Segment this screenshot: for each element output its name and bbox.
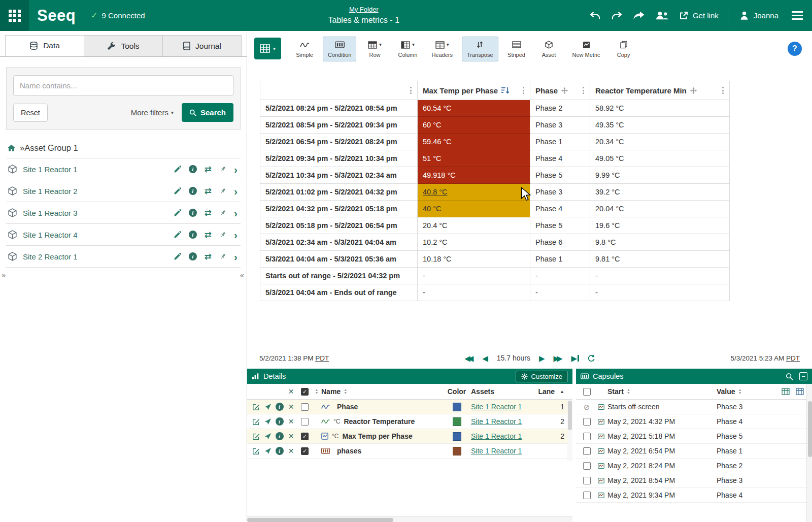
- toolbar-new-metric-button[interactable]: New Metric: [567, 37, 605, 61]
- edit-pencil-icon[interactable]: [174, 187, 181, 195]
- value-column-header[interactable]: Value: [717, 387, 735, 396]
- asset-row[interactable]: Site 1 Reactor 1 ⇄ ›: [6, 158, 241, 180]
- details-row[interactable]: ✕ °C Reactor Temperature Site 1 Reactor …: [247, 414, 572, 429]
- move-column-icon[interactable]: [690, 87, 697, 94]
- info-icon[interactable]: [189, 209, 197, 217]
- capsule-row[interactable]: ⊘ May 2, 2021 8:24 PM Phase 2: [576, 459, 806, 473]
- timezone-link[interactable]: PDT: [786, 354, 800, 362]
- capsule-row[interactable]: ⊘ Starts off-screen Phase 3: [576, 400, 806, 414]
- info-icon[interactable]: [189, 165, 197, 173]
- sort-icon[interactable]: ▲▼: [315, 388, 319, 394]
- chevron-right-icon[interactable]: ›: [234, 230, 238, 240]
- zoom-icon[interactable]: [786, 373, 793, 380]
- capsule-checkbox[interactable]: [583, 462, 591, 470]
- search-button[interactable]: Search: [182, 103, 233, 122]
- connected-status[interactable]: ✓ 9 Connected: [91, 11, 145, 20]
- details-row[interactable]: ✕ °C Max Temp per Phase Site 1 Reactor 1…: [247, 429, 572, 444]
- edit-icon[interactable]: [252, 418, 260, 426]
- move-column-icon[interactable]: [561, 87, 568, 94]
- max-temp-cell[interactable]: 10.18 °C: [418, 251, 530, 268]
- step-forward-icon[interactable]: ▶: [539, 354, 545, 362]
- max-temp-cell[interactable]: 51 °C: [418, 150, 530, 167]
- step-back-icon[interactable]: ◀: [482, 354, 488, 362]
- sort-descending-icon[interactable]: [501, 87, 510, 94]
- step-back-full-icon[interactable]: ◀◀: [464, 354, 473, 362]
- refresh-icon[interactable]: [588, 354, 595, 362]
- row-checkbox[interactable]: [301, 403, 309, 411]
- toolbar-striped-button[interactable]: Striped: [502, 37, 531, 61]
- edit-pencil-icon[interactable]: [174, 231, 181, 239]
- duration-label[interactable]: 15.7 hours: [497, 354, 530, 362]
- asset-row[interactable]: Site 1 Reactor 4 ⇄ ›: [6, 224, 241, 246]
- max-temp-cell[interactable]: 60 °C: [418, 117, 530, 134]
- asset-name[interactable]: Site 2 Reactor 1: [23, 252, 78, 261]
- navigate-icon[interactable]: [264, 418, 272, 425]
- info-icon[interactable]: [276, 447, 284, 455]
- step-forward-full-icon[interactable]: ▶▶: [553, 354, 562, 362]
- info-icon[interactable]: [189, 187, 197, 195]
- color-swatch[interactable]: [453, 432, 461, 441]
- max-temp-cell[interactable]: 10.2 °C: [418, 234, 530, 251]
- swap-asset-icon[interactable]: ⇄: [205, 230, 212, 240]
- collapse-sidebar[interactable]: «: [240, 271, 244, 279]
- customize-button[interactable]: Customize: [516, 371, 568, 382]
- pin-icon[interactable]: [219, 253, 226, 260]
- details-vertical-scrollbar[interactable]: [567, 400, 572, 461]
- max-temp-cell[interactable]: -: [418, 268, 530, 284]
- tab-tools[interactable]: Tools: [84, 35, 163, 56]
- pin-icon[interactable]: [219, 166, 226, 173]
- asset-row[interactable]: Site 1 Reactor 3 ⇄ ›: [6, 202, 241, 224]
- capsules-select-all-checkbox[interactable]: [583, 388, 591, 396]
- share-icon[interactable]: [633, 11, 645, 20]
- asset-link[interactable]: Site 1 Reactor 1: [471, 403, 522, 411]
- color-swatch[interactable]: [453, 447, 461, 455]
- more-filters-toggle[interactable]: More filters ▾: [131, 108, 174, 117]
- start-column-header[interactable]: Start: [607, 387, 624, 396]
- add-column-icon[interactable]: [782, 388, 790, 395]
- row-checkbox[interactable]: [301, 447, 309, 455]
- asset-name[interactable]: Site 1 Reactor 3: [23, 209, 78, 217]
- toolbar-condition-button[interactable]: Condition: [323, 37, 356, 61]
- toolbar-row-button[interactable]: ▾ Row: [360, 37, 389, 61]
- sort-icon[interactable]: ▲▼: [627, 388, 630, 394]
- info-icon[interactable]: [189, 231, 197, 239]
- breadcrumb[interactable]: My Folder: [328, 5, 399, 15]
- hamburger-menu[interactable]: [792, 11, 803, 20]
- column-menu-icon[interactable]: [410, 86, 412, 95]
- capsule-checkbox[interactable]: [583, 433, 591, 440]
- navigate-icon[interactable]: [264, 433, 272, 440]
- max-temp-cell[interactable]: 40.8 °C: [418, 184, 530, 201]
- max-temp-cell[interactable]: -: [418, 284, 530, 301]
- assets-column-header[interactable]: Assets: [471, 387, 494, 396]
- swap-asset-icon[interactable]: ⇄: [205, 164, 212, 175]
- capsule-checkbox[interactable]: [583, 477, 591, 484]
- toolbar-transpose-button[interactable]: Transpose: [462, 37, 498, 61]
- minimize-icon[interactable]: −: [799, 372, 807, 380]
- max-temp-cell[interactable]: 60.54 °C: [418, 100, 530, 117]
- pin-icon[interactable]: [219, 231, 226, 239]
- max-temp-column-header[interactable]: Max Temp per Phase: [418, 81, 530, 100]
- capsules-vertical-scrollbar[interactable]: [806, 384, 812, 522]
- column-menu-icon[interactable]: [522, 86, 525, 95]
- tab-data[interactable]: Data: [5, 35, 84, 56]
- app-switcher-button[interactable]: [0, 0, 29, 31]
- info-icon[interactable]: [189, 252, 197, 260]
- redo-button[interactable]: [611, 11, 623, 20]
- tab-journal[interactable]: Journal: [163, 35, 242, 56]
- undo-button[interactable]: [589, 11, 601, 20]
- add-stat-column-icon[interactable]: [796, 388, 804, 395]
- skip-to-end-icon[interactable]: ▶: [571, 354, 579, 362]
- reset-button[interactable]: Reset: [13, 104, 48, 122]
- max-temp-cell[interactable]: 49.918 °C: [418, 167, 530, 184]
- edit-pencil-icon[interactable]: [174, 166, 181, 173]
- edit-pencil-icon[interactable]: [174, 209, 181, 217]
- search-input[interactable]: [13, 75, 233, 96]
- capsule-row[interactable]: ⊘ May 2, 2021 9:34 PM Phase 4: [576, 488, 806, 503]
- details-row[interactable]: ✕ phases Site 1 Reactor 1: [247, 444, 572, 459]
- lane-column-header[interactable]: Lane: [538, 387, 555, 396]
- capsule-row[interactable]: ⊘ May 2, 2021 8:54 PM Phase 3: [576, 473, 806, 488]
- navigate-icon[interactable]: [264, 403, 272, 410]
- asset-link[interactable]: Site 1 Reactor 1: [471, 432, 522, 440]
- timezone-link[interactable]: PDT: [315, 354, 329, 362]
- edit-icon[interactable]: [252, 433, 260, 440]
